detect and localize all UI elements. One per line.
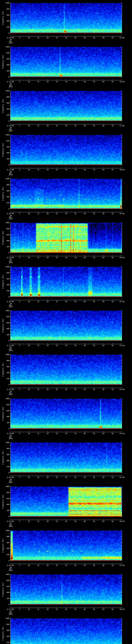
x-start-time-label: 4:14:00 [7, 37, 14, 39]
y-tick-label: 600 [4, 102, 10, 104]
date-line: 2015 [9, 526, 13, 527]
y-axis-label: Frequency (Hz) [2, 574, 4, 604]
y-tick-label: 0 [4, 604, 10, 605]
x-tick-label: 40 [84, 477, 86, 478]
spectrogram-panel: Frequency (Hz)020040060080010004:25:0051… [0, 484, 132, 528]
x-tick-label: 5 [19, 125, 20, 126]
x-tick-label: 45 [93, 345, 95, 346]
y-tick-label: 1000 [4, 354, 10, 355]
x-tick-label: 50 [102, 257, 104, 258]
y-axis-label: Frequency (Hz) [2, 618, 4, 644]
x-tick-label: 45 [93, 257, 95, 258]
y-tick-label: 600 [4, 410, 10, 412]
x-tick-label: 45 [93, 477, 95, 478]
y-tick-label: 200 [4, 598, 10, 599]
y-tick-label: 1000 [4, 46, 10, 48]
y-tick-label: 600 [4, 58, 10, 60]
y-tick-label: 600 [4, 498, 10, 499]
x-tick-label: 55 [112, 37, 114, 39]
y-tick-label: 200 [4, 202, 10, 204]
y-tick-label: 200 [4, 422, 10, 424]
x-tick-label: 50 [102, 125, 104, 126]
x-tick-label: 30 [65, 81, 67, 82]
x-tick-label: 30 [65, 477, 67, 478]
y-tick-label: 200 [4, 510, 10, 511]
x-tick-label: 55 [112, 81, 114, 82]
spectrogram-panel: Frequency (Hz)020040060080010004:14:0051… [0, 0, 132, 44]
y-tick-label: 400 [4, 152, 10, 154]
x-tick-label: 25 [56, 213, 58, 214]
y-tick-label: 0 [4, 76, 10, 78]
x-tick-label: 40 [84, 433, 86, 434]
x-tick-label: 55 [112, 608, 114, 610]
y-tick-label: 0 [4, 164, 10, 166]
date-line: 2015 [9, 482, 13, 483]
x-tick-label: 5 [19, 389, 20, 390]
y-tick-label: 800 [4, 52, 10, 54]
x-tick-label: 35 [74, 257, 76, 258]
y-tick-label: 800 [4, 360, 10, 362]
x-tick-label: 55 [112, 213, 114, 214]
y-tick-label: 0 [4, 384, 10, 386]
x-tick-label: 25 [56, 565, 58, 566]
spectrogram-canvas [10, 442, 122, 473]
x-start-time-label: 4:26:00 [7, 565, 14, 566]
x-tick-label: 40 [84, 213, 86, 214]
x-tick-label: 50 [102, 433, 104, 434]
x-tick-label: 50 [102, 565, 104, 566]
y-tick-label: 200 [4, 290, 10, 292]
y-tick-label: 200 [4, 466, 10, 468]
x-end-time-label: 21:00 [119, 301, 124, 302]
x-tick-label: 40 [84, 125, 86, 126]
x-tick-label: 20 [46, 520, 48, 522]
x-tick-label: 40 [84, 301, 86, 302]
y-tick-label: 800 [4, 316, 10, 318]
x-tick-label: 25 [56, 345, 58, 346]
y-tick-label: 0 [4, 428, 10, 430]
x-tick-label: 5 [19, 169, 20, 170]
spectrogram-canvas [10, 399, 122, 429]
x-tick-label: 45 [93, 608, 95, 610]
spectrogram-panel: Frequency (Hz)020040060080010004:20:0051… [0, 264, 132, 308]
x-tick-label: 45 [93, 213, 95, 214]
y-tick-label: 0 [4, 32, 10, 34]
spectrogram-canvas [10, 179, 122, 209]
x-tick-label: 40 [84, 520, 86, 522]
x-tick-label: 35 [74, 608, 76, 610]
y-tick-label: 200 [4, 378, 10, 380]
date-line: 2015 [9, 570, 13, 571]
x-tick-label: 35 [74, 477, 76, 478]
x-tick-label: 50 [102, 477, 104, 478]
x-start-time-label: 4:18:00 [7, 213, 14, 214]
y-tick-label: 1000 [4, 618, 10, 619]
y-tick-label: 400 [4, 108, 10, 110]
x-tick-label: 25 [56, 301, 58, 302]
spectrogram-canvas [10, 3, 122, 33]
x-tick-label: 55 [112, 433, 114, 434]
y-tick-label: 400 [4, 636, 10, 637]
x-tick-label: 50 [102, 389, 104, 390]
x-start-time-label: 4:22:00 [7, 389, 14, 390]
x-tick-label: 55 [112, 257, 114, 258]
x-tick-label: 50 [102, 301, 104, 302]
y-tick-label: 1000 [4, 442, 10, 443]
y-tick-label: 600 [4, 586, 10, 587]
x-tick-label: 10 [28, 301, 30, 302]
x-end-time-label: 22:00 [119, 345, 124, 346]
x-tick-label: 40 [84, 37, 86, 39]
x-tick-label: 50 [102, 81, 104, 82]
y-tick-label: 200 [4, 554, 10, 556]
x-tick-label: 35 [74, 81, 76, 82]
spectrogram-panel: Frequency (Hz)020040060080010004:19:0051… [0, 220, 132, 264]
x-tick-label: 50 [102, 345, 104, 346]
y-tick-label: 200 [4, 246, 10, 248]
x-start-time-label: 4:17:00 [7, 169, 14, 170]
y-axis-label: Frequency (Hz) [2, 47, 4, 77]
x-tick-label: 55 [112, 125, 114, 126]
y-axis-label: Frequency (Hz) [2, 399, 4, 429]
x-tick-label: 55 [112, 565, 114, 566]
x-tick-label: 55 [112, 345, 114, 346]
x-tick-label: 30 [65, 257, 67, 258]
y-tick-label: 1000 [4, 310, 10, 312]
x-tick-label: 20 [46, 169, 48, 170]
